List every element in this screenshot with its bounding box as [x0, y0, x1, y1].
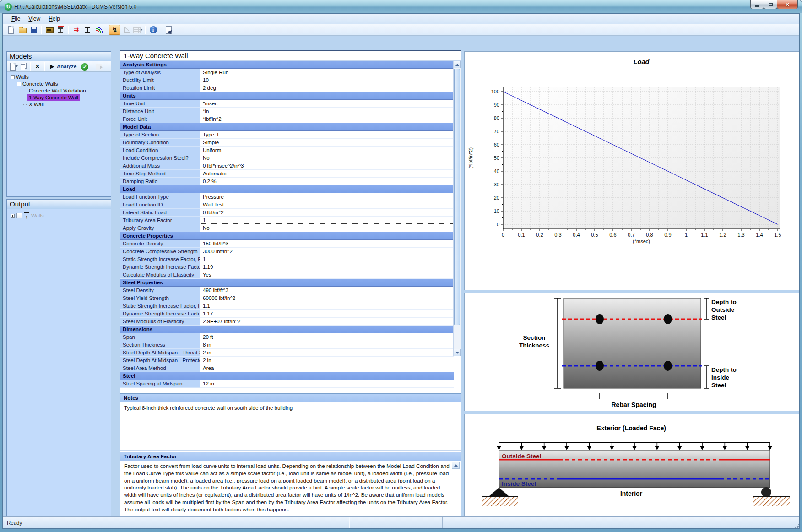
grid-row[interactable]: Include Compression Steel?No	[120, 154, 454, 162]
results-chart-icon[interactable]	[120, 25, 132, 35]
grid-row-value[interactable]: Pressure	[200, 193, 454, 201]
new-model-button[interactable]	[8, 62, 18, 71]
open-file-icon[interactable]	[16, 25, 28, 35]
grid-row-value[interactable]: Automatic	[200, 170, 454, 178]
delete-model-button[interactable]: ×	[33, 62, 43, 71]
grid-row[interactable]: Boundary ConditionSimple	[120, 139, 454, 147]
tree-expander-icon[interactable]	[17, 82, 21, 86]
grid-row[interactable]: Damping Ratio0.2 %	[120, 178, 454, 185]
grid-row[interactable]: Static Strength Increase Factor, Fy1.1	[120, 302, 454, 310]
notes-textarea[interactable]: Typical 8-inch thick reinforced concrete…	[120, 402, 461, 451]
minimize-button[interactable]	[750, 0, 764, 9]
grid-row-value[interactable]: Single Run	[200, 69, 454, 76]
grid-row-value[interactable]: 2 in	[200, 357, 454, 364]
grid-row[interactable]: Steel Spacing at Midspan12 in	[120, 380, 454, 388]
grid-row[interactable]: Steel Yield Strength60000 lbf/in^2	[120, 294, 454, 302]
output-checkbox[interactable]	[16, 213, 22, 218]
tree-item-x-wall[interactable]: X Wall	[7, 101, 111, 108]
grid-row-value[interactable]: 1.17	[200, 310, 454, 318]
grid-row-value[interactable]: 0.2 %	[200, 178, 454, 185]
tree-item-walls[interactable]: Walls	[7, 74, 111, 81]
grid-row-value[interactable]: 490 lbf/ft^3	[200, 287, 454, 294]
grid-row[interactable]: Load Function IDWall Test	[120, 201, 454, 209]
grid-row-value[interactable]: 1	[200, 217, 454, 224]
grid-row[interactable]: Steel Depth At Midspan - Protected Side2…	[120, 357, 454, 364]
grid-row[interactable]: Apply GravityNo	[120, 224, 454, 232]
grid-row[interactable]: Static Strength Increase Factor, Fc1	[120, 255, 454, 263]
grid-row[interactable]: Steel Area MethodArea	[120, 364, 454, 372]
grid-row[interactable]: Tributary Area Factor1	[120, 217, 454, 224]
grid-row[interactable]: Additional Mass0 lbf*msec^2/in^3	[120, 162, 454, 170]
grid-row-value[interactable]: 0 lbf*msec^2/in^3	[200, 162, 454, 170]
tree-item-concrete-walls[interactable]: Concrete Walls	[7, 81, 111, 87]
materials-icon[interactable]	[43, 25, 55, 35]
grid-row-value[interactable]: 20 ft	[200, 333, 454, 341]
tree-expander-icon[interactable]	[11, 214, 15, 218]
scroll-up-button[interactable]	[454, 61, 461, 68]
help-scroll-up-button[interactable]	[452, 462, 460, 469]
section-properties-icon[interactable]	[55, 25, 66, 35]
grid-row-value[interactable]: 0 lbf/in^2	[200, 209, 454, 217]
grid-row-value[interactable]: 1	[200, 255, 454, 263]
grid-row[interactable]: Steel Density490 lbf/ft^3	[120, 287, 454, 294]
grid-row[interactable]: Concrete Density150 lbf/ft^3	[120, 240, 454, 248]
beam-model-icon[interactable]	[82, 25, 93, 35]
copy-model-button[interactable]	[18, 62, 28, 71]
grid-row[interactable]: Type of AnalysisSingle Run	[120, 69, 454, 76]
analyze-button[interactable]: ▶Analyze	[47, 62, 80, 71]
title-bar[interactable]: H:\...\Calculations\MSSD.datx - DCMS Ver…	[0, 0, 802, 13]
analyze-status-icon[interactable]: ✓	[80, 62, 90, 71]
grid-row-value[interactable]: *msec	[200, 100, 454, 108]
grid-row-value[interactable]: 2 in	[200, 349, 454, 357]
grid-row-value[interactable]: Area	[200, 364, 454, 372]
grid-row[interactable]: Distance Unit*in	[120, 108, 454, 115]
grid-row[interactable]: Lateral Static Load0 lbf/in^2	[120, 209, 454, 217]
grid-row-value[interactable]: 8 in	[200, 341, 454, 349]
menu-view[interactable]: View	[24, 14, 44, 23]
grid-row-value[interactable]: 1.1	[200, 302, 454, 310]
new-file-icon[interactable]	[5, 25, 16, 35]
grid-row[interactable]: Dynamic Strength Increase Factor, Fc1.19	[120, 263, 454, 271]
grid-row[interactable]: Type of SectionType_I	[120, 131, 454, 139]
results-table-icon[interactable]	[132, 25, 143, 35]
menu-help[interactable]: Help	[44, 14, 64, 23]
grid-row-value[interactable]: No	[200, 224, 454, 232]
grid-row-value[interactable]: 2.9E+07 lbf/in^2	[200, 318, 454, 326]
tree-item-concrete-wall-validation[interactable]: Concrete Wall Validation	[7, 87, 111, 94]
batch-run-button[interactable]	[94, 62, 104, 71]
scroll-down-button[interactable]	[454, 349, 461, 356]
grid-row[interactable]: Rotation Limit2 deg	[120, 84, 454, 92]
grid-row-value[interactable]: *lbf/in^2	[200, 115, 454, 123]
grid-row-value[interactable]: Simple	[200, 139, 454, 147]
grid-row[interactable]: Concrete Compressive Strength3000 lbf/in…	[120, 248, 454, 255]
loads-icon[interactable]: ⇉	[70, 25, 82, 35]
grid-row-value[interactable]: 60000 lbf/in^2	[200, 294, 454, 302]
grid-row-value[interactable]: 10	[200, 76, 454, 84]
grid-row[interactable]: Time Step MethodAutomatic	[120, 170, 454, 178]
grid-row[interactable]: Ductility Limit10	[120, 76, 454, 84]
grid-row-value[interactable]: Wall Test	[200, 201, 454, 209]
save-icon[interactable]	[28, 25, 39, 35]
output-item-walls[interactable]: ↕Walls	[7, 212, 111, 219]
grid-row[interactable]: Steel Modulus of Elasticity2.9E+07 lbf/i…	[120, 318, 454, 326]
grid-row[interactable]: Load ConditionUniform	[120, 147, 454, 154]
grid-row-value[interactable]: *in	[200, 108, 454, 115]
load-curves-icon[interactable]	[93, 25, 105, 35]
restore-button[interactable]	[764, 0, 777, 9]
grid-row[interactable]: Load Function TypePressure	[120, 193, 454, 201]
info-icon[interactable]	[147, 25, 159, 35]
close-button[interactable]: ✕	[777, 0, 798, 9]
report-icon[interactable]	[163, 25, 174, 35]
tree-item-1-way-concrete-wall[interactable]: 1-Way Concrete Wall	[7, 94, 111, 101]
grid-row[interactable]: Section Thickness8 in	[120, 341, 454, 349]
grid-row-value[interactable]: 2 deg	[200, 84, 454, 92]
grid-row[interactable]: Calculate Modulus of ElasticityYes	[120, 271, 454, 279]
grid-row[interactable]: Steel Depth At Midspan - Threat Side2 in	[120, 349, 454, 357]
menu-file[interactable]: File	[7, 14, 24, 23]
tree-expander-icon[interactable]	[11, 75, 15, 79]
grid-row[interactable]: Dynamic Strength Increase Factor, Fy1.17	[120, 310, 454, 318]
grid-row-value[interactable]: Uniform	[200, 147, 454, 154]
grid-row-value[interactable]: Type_I	[200, 131, 454, 139]
grid-row-value[interactable]: 1.19	[200, 263, 454, 271]
grid-row[interactable]: Force Unit*lbf/in^2	[120, 115, 454, 123]
